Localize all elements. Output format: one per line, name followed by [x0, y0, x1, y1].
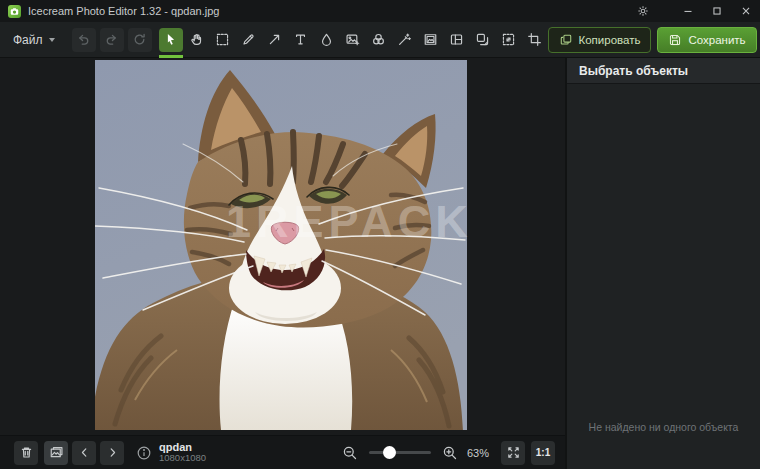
- settings-button[interactable]: [628, 0, 657, 22]
- color-circles-icon: [371, 32, 386, 47]
- tool-rect-selection-button[interactable]: [210, 22, 236, 58]
- save-button[interactable]: Сохранить: [657, 27, 756, 53]
- magic-wand-icon: [397, 32, 412, 47]
- zoom-slider[interactable]: [369, 451, 431, 454]
- hand-icon: [189, 32, 204, 47]
- previous-image-button[interactable]: [72, 441, 96, 465]
- title-bar: Icecream Photo Editor 1.32 - qpdan.jpg: [0, 0, 760, 22]
- objects-sidebar: Выбрать объекты Не найдено ни одного объ…: [565, 58, 760, 469]
- select-cursor-icon: [163, 32, 178, 47]
- zoom-out-icon: [342, 445, 358, 461]
- chevron-right-icon: [105, 445, 120, 460]
- fit-screen-icon: [506, 445, 521, 460]
- marquee-icon: [215, 32, 230, 47]
- watermark-text: 1REPACK: [226, 196, 473, 248]
- chevron-down-icon: [49, 38, 55, 42]
- actual-size-button[interactable]: 1:1: [531, 441, 555, 465]
- save-floppy-icon: [668, 33, 682, 47]
- zoom-out-button[interactable]: [342, 445, 358, 461]
- maximize-icon: [710, 4, 724, 18]
- tool-resize-button[interactable]: [496, 22, 522, 58]
- info-icon: [136, 445, 152, 461]
- zoom-percent-label: 63%: [467, 447, 492, 459]
- copy-icon: [559, 33, 573, 47]
- copy-button[interactable]: Копировать: [548, 27, 652, 53]
- tool-frame-button[interactable]: [418, 22, 444, 58]
- zoom-controls: 63% 1:1: [342, 441, 555, 465]
- tool-effects-button[interactable]: [392, 22, 418, 58]
- close-icon: [739, 4, 753, 18]
- delete-image-button[interactable]: [14, 441, 38, 465]
- trash-icon: [19, 445, 34, 460]
- dimensions-label: 1080x1080: [159, 453, 206, 464]
- gear-icon: [636, 4, 650, 18]
- app-logo-icon: [8, 5, 21, 18]
- copy-pages-icon: [475, 32, 490, 47]
- tool-blur-button[interactable]: [314, 22, 340, 58]
- tools-group: [158, 22, 548, 58]
- tool-select-button[interactable]: [158, 22, 184, 58]
- sidebar-header: Выбрать объекты: [567, 58, 760, 84]
- maximize-button[interactable]: [702, 0, 731, 22]
- window-title: Icecream Photo Editor 1.32 - qpdan.jpg: [28, 5, 219, 17]
- reset-icon: [132, 32, 147, 47]
- collage-grid-icon: [449, 32, 464, 47]
- undo-button[interactable]: [72, 28, 96, 52]
- sidebar-title: Выбрать объекты: [579, 64, 688, 78]
- toolbar: Файл: [0, 22, 760, 58]
- pencil-icon: [241, 32, 256, 47]
- framed-picture-icon: [423, 32, 438, 47]
- tool-duplicate-button[interactable]: [470, 22, 496, 58]
- tool-arrow-button[interactable]: [262, 22, 288, 58]
- status-bar: qpdan 1080x1080 63% 1:1: [0, 435, 565, 469]
- text-tool-icon: [293, 32, 308, 47]
- drop-icon: [319, 32, 334, 47]
- tool-color-filters-button[interactable]: [366, 22, 392, 58]
- tool-text-button[interactable]: [288, 22, 314, 58]
- next-image-button[interactable]: [100, 441, 124, 465]
- close-button[interactable]: [731, 0, 760, 22]
- image-plus-icon: [345, 32, 360, 47]
- photos-stack-icon: [49, 445, 64, 460]
- zoom-in-icon: [442, 445, 458, 461]
- minimize-icon: [681, 4, 695, 18]
- sidebar-empty-message: Не найдено ни одного объекта: [567, 421, 760, 433]
- crop-icon: [527, 32, 542, 47]
- copy-button-label: Копировать: [579, 34, 641, 46]
- file-menu[interactable]: Файл: [8, 27, 60, 53]
- toolbar-actions: Копировать Сохранить: [548, 27, 759, 53]
- chevron-left-icon: [77, 445, 92, 460]
- history-group: [72, 28, 152, 52]
- minimize-button[interactable]: [673, 0, 702, 22]
- image-manager-button[interactable]: [44, 441, 68, 465]
- zoom-slider-handle[interactable]: [383, 446, 396, 459]
- reset-button[interactable]: [128, 28, 152, 52]
- file-menu-label: Файл: [13, 33, 43, 47]
- tool-crop-button[interactable]: [522, 22, 548, 58]
- redo-icon: [104, 32, 119, 47]
- canvas-area[interactable]: 1REPACK: [0, 58, 565, 435]
- resize-icon: [501, 32, 516, 47]
- tool-pencil-button[interactable]: [236, 22, 262, 58]
- undo-icon: [76, 32, 91, 47]
- fit-to-screen-button[interactable]: [501, 441, 525, 465]
- tool-collage-button[interactable]: [444, 22, 470, 58]
- arrow-icon: [267, 32, 282, 47]
- redo-button[interactable]: [100, 28, 124, 52]
- zoom-in-button[interactable]: [442, 445, 458, 461]
- file-info: qpdan 1080x1080: [136, 441, 206, 465]
- tool-pan-button[interactable]: [184, 22, 210, 58]
- tool-add-image-button[interactable]: [340, 22, 366, 58]
- save-button-label: Сохранить: [688, 34, 745, 46]
